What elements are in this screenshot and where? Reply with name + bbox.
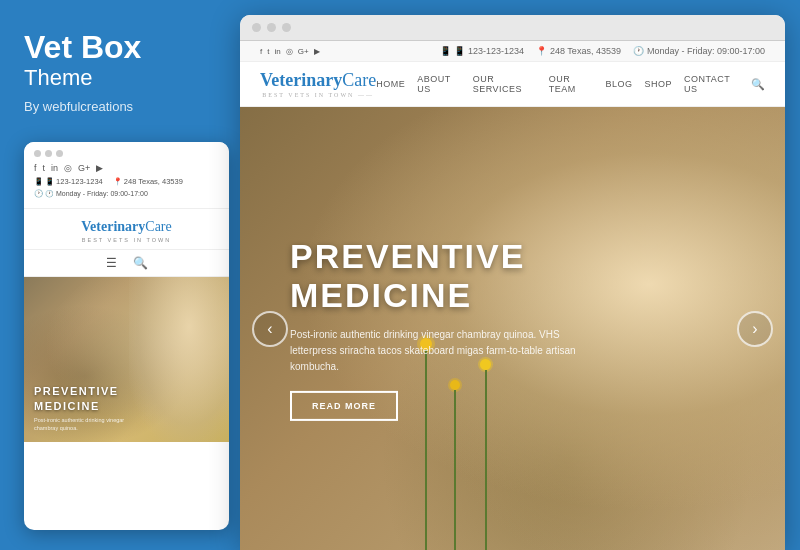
topbar-hours: 🕐 Monday - Friday: 09:00-17:00 — [633, 46, 765, 56]
topbar-social-icons: f t in ◎ G+ ▶ — [260, 47, 320, 56]
mobile-hero: PREVENTIVE MEDICINE Post-ironic authenti… — [24, 277, 229, 442]
topbar-right: 📱 📱 123-123-1234 📍 248 Texas, 43539 🕐 Mo… — [440, 46, 765, 56]
nav-services[interactable]: OUR SERVICES — [473, 74, 537, 94]
gplus-icon[interactable]: G+ — [298, 47, 309, 56]
carousel-next-button[interactable]: › — [737, 311, 773, 347]
mobile-logo-text: VeterinaryCare — [24, 217, 229, 235]
brand-title: Vet Box Theme By webfulcreations — [24, 30, 220, 142]
desktop-logo: VeterinaryCare BEST VETS IN TOWN —— — [260, 70, 376, 98]
clock-icon: 🕐 — [633, 46, 644, 56]
hero-cta-button[interactable]: READ MORE — [290, 391, 398, 421]
nav-home[interactable]: HOME — [376, 79, 405, 89]
gplus-icon: G+ — [78, 163, 90, 173]
logo-tagline: BEST VETS IN TOWN —— — [260, 92, 376, 98]
mobile-logo-tagline: BEST VETS IN TOWN — [24, 237, 229, 243]
nav-blog[interactable]: BLOG — [605, 79, 632, 89]
mobile-hours: 🕐 🕐 Monday - Friday: 09:00-17:00 — [34, 189, 219, 198]
linkedin-icon[interactable]: in — [274, 47, 280, 56]
left-panel: Vet Box Theme By webfulcreations f t in … — [0, 0, 240, 550]
hero-body-text: Post-ironic authentic drinking vinegar c… — [290, 327, 590, 375]
facebook-icon[interactable]: f — [260, 47, 262, 56]
mobile-mockup: f t in ◎ G+ ▶ 📱📱 123-123-1234 📍248 Texas… — [24, 142, 229, 530]
location-icon: 📍 — [536, 46, 547, 56]
logo-care-part: Care — [342, 70, 376, 90]
nav-shop[interactable]: SHOP — [645, 79, 673, 89]
instagram-icon[interactable]: ◎ — [286, 47, 293, 56]
desktop-nav: HOME ABOUT US OUR SERVICES OUR TEAM BLOG… — [376, 74, 765, 94]
twitter-icon[interactable]: t — [267, 47, 269, 56]
mobile-browser-dots — [34, 150, 219, 157]
desktop-mockup: f t in ◎ G+ ▶ 📱 📱 123-123-1234 📍 248 Tex… — [240, 15, 785, 550]
mobile-hero-body: Post-ironic authentic drinking vinegar c… — [34, 417, 144, 432]
browser-dot-1 — [252, 23, 261, 32]
desktop-website: f t in ◎ G+ ▶ 📱 📱 123-123-1234 📍 248 Tex… — [240, 41, 785, 550]
twitter-icon: t — [43, 163, 46, 173]
phone-icon: 📱 — [34, 177, 43, 186]
desktop-topbar: f t in ◎ G+ ▶ 📱 📱 123-123-1234 📍 248 Tex… — [240, 41, 785, 62]
clock-icon: 🕐 — [34, 189, 43, 198]
desktop-hero: ‹ › PREVENTIVE MEDICINE Post-ironic auth… — [240, 107, 785, 550]
hero-content: PREVENTIVE MEDICINE Post-ironic authenti… — [290, 236, 590, 420]
desktop-header: VeterinaryCare BEST VETS IN TOWN —— HOME… — [240, 62, 785, 107]
mobile-address: 📍248 Texas, 43539 — [113, 177, 183, 186]
logo-vet: Veterinary — [81, 219, 145, 234]
mobile-logo: VeterinaryCare BEST VETS IN TOWN — [24, 209, 229, 250]
search-icon[interactable]: 🔍 — [751, 78, 766, 91]
linkedin-icon: in — [51, 163, 58, 173]
mobile-topbar: f t in ◎ G+ ▶ 📱📱 123-123-1234 📍248 Texas… — [24, 142, 229, 209]
dot-3 — [56, 150, 63, 157]
location-icon: 📍 — [113, 177, 122, 186]
mobile-hero-content: PREVENTIVE MEDICINE Post-ironic authenti… — [34, 384, 144, 432]
facebook-icon: f — [34, 163, 37, 173]
mobile-contact-info: 📱📱 123-123-1234 📍248 Texas, 43539 — [34, 177, 219, 186]
browser-dot-2 — [267, 23, 276, 32]
topbar-phone: 📱 📱 123-123-1234 — [440, 46, 524, 56]
nav-about[interactable]: ABOUT US — [417, 74, 460, 94]
mobile-social-icons: f t in ◎ G+ ▶ — [34, 163, 219, 173]
youtube-icon: ▶ — [96, 163, 103, 173]
mobile-nav-bar: ☰ 🔍 — [24, 250, 229, 277]
mobile-hero-title: PREVENTIVE MEDICINE — [34, 384, 144, 413]
mobile-phone: 📱📱 123-123-1234 — [34, 177, 103, 186]
mobile-search-icon[interactable]: 🔍 — [133, 256, 148, 270]
nav-contact[interactable]: CONTACT US — [684, 74, 738, 94]
browser-dot-3 — [282, 23, 291, 32]
instagram-icon: ◎ — [64, 163, 72, 173]
mobile-dog-illustration — [129, 277, 229, 442]
dot-1 — [34, 150, 41, 157]
browser-chrome — [240, 15, 785, 41]
phone-icon: 📱 — [440, 46, 451, 56]
nav-team[interactable]: OUR TEAM — [549, 74, 594, 94]
youtube-icon[interactable]: ▶ — [314, 47, 320, 56]
hamburger-icon[interactable]: ☰ — [106, 256, 117, 270]
topbar-left: f t in ◎ G+ ▶ — [260, 47, 320, 56]
hero-title: PREVENTIVE MEDICINE — [290, 236, 590, 314]
carousel-prev-button[interactable]: ‹ — [252, 311, 288, 347]
dot-2 — [45, 150, 52, 157]
logo-vet-part: Veterinary — [260, 70, 342, 90]
logo-care: Care — [145, 219, 171, 234]
topbar-address: 📍 248 Texas, 43539 — [536, 46, 621, 56]
